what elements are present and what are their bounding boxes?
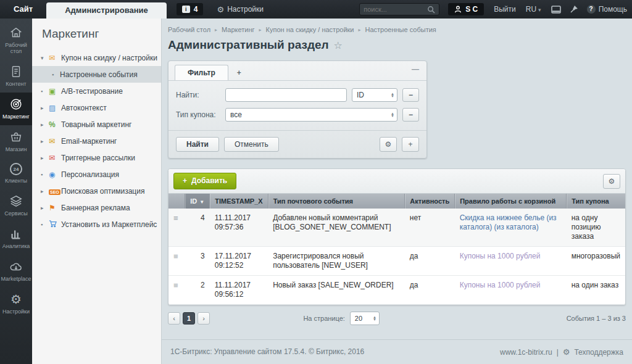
add-button[interactable]: + Добавить: [173, 173, 236, 189]
menu-item-label: Автоконтекст: [61, 104, 107, 112]
table-row[interactable]: ≡ 3 17.11.201709:12:52 Зарегистрировался…: [168, 247, 625, 276]
info-bubble-icon: i: [182, 6, 190, 13]
cell-event-type: Зарегистрировался новый пользователь [NE…: [268, 247, 405, 276]
coupon-type-label: Тип купона:: [176, 110, 225, 119]
support-link[interactable]: Техподдержка: [574, 348, 623, 357]
menu-item-configured-events[interactable]: ▪ Настроенные события: [32, 66, 161, 83]
column-header-coupon-type[interactable]: Тип купона: [567, 194, 625, 209]
logout-link[interactable]: Выйти: [494, 5, 516, 14]
column-header-cart-rule[interactable]: Правило работы с корзиной: [455, 194, 567, 209]
flag-icon: ⚑: [49, 204, 61, 212]
spinner-icon: ▲▼: [387, 112, 394, 117]
column-header-id[interactable]: ID▼: [185, 194, 210, 209]
remove-filter-row-button[interactable]: −: [402, 108, 419, 122]
rail-item-marketplace[interactable]: Marketplace: [0, 255, 32, 287]
per-page-select[interactable]: 20 ▲▼: [350, 312, 380, 325]
row-menu-icon[interactable]: ≡: [168, 209, 185, 247]
menu-item-label: Товарный маркетинг: [61, 120, 131, 129]
user-button[interactable]: S C: [448, 3, 484, 15]
remove-filter-row-button[interactable]: −: [402, 88, 419, 102]
rail-item-services[interactable]: Сервисы: [0, 189, 32, 222]
topbar-settings-button[interactable]: ⚙ Настройки: [217, 5, 264, 14]
menu-item-label: Купон на скидку / настройки: [61, 54, 157, 62]
page-button-1[interactable]: 1: [183, 312, 195, 325]
minimize-filter-button[interactable]: —: [412, 65, 419, 73]
bitrix-site-link[interactable]: www.1c-bitrix.ru: [500, 348, 552, 357]
table-row[interactable]: ≡ 4 11.11.201709:57:36 Добавлен новый ко…: [168, 209, 625, 247]
next-page-button[interactable]: ›: [198, 312, 210, 325]
grid-toolbar: + Добавить ⚙: [168, 169, 625, 194]
copyright-text: 1С-Битрикс: Управление сайтом 17.5.4. © …: [170, 347, 364, 356]
rail-item-desktop[interactable]: Рабочий стол: [0, 21, 32, 60]
row-menu-icon[interactable]: ≡: [168, 276, 185, 305]
column-header-timestamp[interactable]: TIMESTAMP_X: [210, 194, 268, 209]
menu-item-banner-ads[interactable]: ▸ ⚑ Баннерная реклама: [32, 199, 161, 216]
table-row[interactable]: ≡ 2 11.11.201709:56:12 Новый заказ [SALE…: [168, 276, 625, 305]
footer: 1С-Битрикс: Управление сайтом 17.5.4. © …: [162, 339, 632, 364]
pin-button[interactable]: [570, 5, 578, 14]
breadcrumb-link[interactable]: Маркетинг: [222, 26, 254, 33]
layers-icon: [9, 194, 23, 208]
search-box: [359, 3, 439, 15]
field-select[interactable]: ID ▲▼: [352, 88, 397, 102]
add-filter-field-button[interactable]: +: [402, 137, 419, 152]
sort-desc-icon: ▼: [199, 199, 204, 205]
coupon-type-select[interactable]: все ▲▼: [225, 108, 397, 122]
cell-timestamp: 11.11.201709:57:36: [210, 209, 268, 247]
help-button[interactable]: ? Помощь: [587, 5, 627, 14]
tab-administration[interactable]: Администрирование: [46, 2, 167, 19]
cell-coupon-type: многоразовый: [567, 247, 625, 276]
content-area: Рабочий стол ▸ Маркетинг ▸ Купон на скид…: [162, 19, 632, 364]
search-input[interactable]: [364, 6, 427, 13]
rail-item-marketing[interactable]: Маркетинг: [0, 93, 32, 125]
rail-label: Marketplace: [1, 276, 31, 282]
cart-rule-link[interactable]: Купоны на 1000 рублей: [460, 281, 541, 289]
rail-item-settings[interactable]: ⚙ Настройки: [0, 287, 32, 320]
menu-item-personalization[interactable]: ▪ ◉ Персонализация: [32, 166, 161, 183]
add-filter-tab-button[interactable]: +: [228, 65, 250, 80]
breadcrumb-link[interactable]: Рабочий стол: [168, 26, 210, 33]
rail-item-clients[interactable]: 24 Клиенты: [0, 158, 32, 189]
filter-tab[interactable]: Фильтр: [175, 65, 228, 80]
rail-label: Маркетинг: [2, 114, 30, 120]
rail-item-store[interactable]: Магазин: [0, 125, 32, 158]
menu-item-trigger-mailings[interactable]: ▸ ✉ Триггерные рассылки: [32, 149, 161, 166]
search-icon[interactable]: [427, 6, 435, 14]
rail-item-analytics[interactable]: Аналитика: [0, 222, 32, 255]
filter-row-coupon-type: Тип купона: все ▲▼ −: [176, 108, 419, 122]
favorite-star-icon[interactable]: ☆: [334, 39, 343, 51]
panel-toggle-button[interactable]: [551, 6, 561, 14]
prev-page-button[interactable]: ‹: [168, 312, 180, 325]
add-button-label: Добавить: [191, 176, 227, 185]
target-icon: [9, 97, 23, 111]
filter-settings-button[interactable]: ⚙: [380, 137, 397, 152]
menu-item-ab-testing[interactable]: ▪ ▣ A/B-тестирование: [32, 83, 161, 99]
grid-settings-button[interactable]: ⚙: [603, 174, 620, 189]
row-menu-icon[interactable]: ≡: [168, 247, 185, 276]
breadcrumb-link[interactable]: Купон на скидку / настройки: [266, 26, 354, 33]
tab-site[interactable]: Сайт: [0, 0, 46, 19]
cart-rule-link[interactable]: Скидка на нижнее белье (из каталога) (из…: [460, 213, 557, 231]
rail-item-content[interactable]: Контент: [0, 60, 32, 93]
menu-item-autocontext[interactable]: ▸ ▨ Автоконтекст: [32, 99, 161, 116]
column-header-event-type[interactable]: Тип почтового события: [268, 194, 405, 209]
menu-item-email-marketing[interactable]: ▸ ✉ Email-маркетинг: [32, 133, 161, 149]
envelope-icon: ✉: [49, 137, 61, 146]
chevron-expanded-icon: ▾: [41, 55, 49, 61]
cancel-button[interactable]: Отменить: [224, 137, 279, 152]
menu-item-product-marketing[interactable]: ▸ % Товарный маркетинг: [32, 116, 161, 133]
menu-item-seo[interactable]: ▸ SEO Поисковая оптимизация: [32, 183, 161, 199]
find-input[interactable]: [225, 88, 347, 102]
page-title: Административный раздел: [168, 38, 329, 52]
gear-icon: ⚙: [609, 177, 615, 186]
notifications-button[interactable]: i 4: [177, 3, 204, 15]
breadcrumb-link[interactable]: Настроенные события: [365, 26, 436, 33]
column-header-active[interactable]: Активность: [405, 194, 455, 209]
language-selector[interactable]: RU▾: [526, 5, 541, 14]
clients-24-icon: 24: [10, 163, 22, 175]
cart-rule-link[interactable]: Купоны на 1000 рублей: [460, 252, 541, 260]
menu-item-marketplace-install[interactable]: ▪ Установить из Маркетплейс: [32, 216, 161, 233]
find-button[interactable]: Найти: [176, 137, 219, 152]
chevron-collapsed-icon: ▸: [41, 138, 49, 144]
menu-item-coupon-settings[interactable]: ▾ ✉ Купон на скидку / настройки: [32, 49, 161, 66]
